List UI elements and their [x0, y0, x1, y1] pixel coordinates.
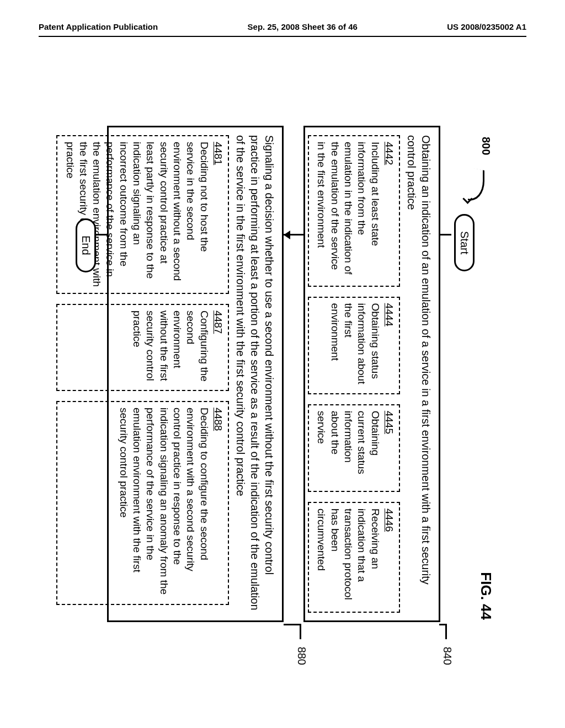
start-node: Start — [454, 214, 475, 271]
substep-4446: 4446 Receiving an indication that a tran… — [308, 502, 400, 613]
header-rule — [39, 36, 526, 37]
substep-4442-num: 4442 — [382, 142, 396, 280]
step-840-title: Obtaining an indication of an emulation … — [404, 135, 433, 613]
substep-4446-num: 4446 — [382, 508, 396, 606]
figure-container: 800 FIG. 44 Start 840 Obtaining an indic… — [0, 165, 565, 596]
substep-4445: 4445 Obtaining current status informatio… — [308, 404, 400, 492]
step-880-title: Signaling a decision whether to use a se… — [233, 135, 276, 613]
connector-start-840 — [440, 234, 451, 235]
tick-840 — [439, 624, 447, 625]
ref-arrow-800 — [468, 169, 488, 202]
page-header: Patent Application Publication Sep. 25, … — [0, 0, 565, 36]
arrow-down-icon — [284, 231, 290, 239]
step-label-840: 840 — [441, 647, 454, 665]
substep-4445-text: Obtaining current status information abo… — [316, 411, 381, 474]
substep-4488-num: 4488 — [211, 408, 225, 598]
substep-4488: 4488 Deciding to configure the second en… — [56, 401, 229, 605]
end-node: End — [76, 218, 96, 272]
substep-4444-text: Obtaining status information about the f… — [329, 303, 381, 384]
header-center: Sep. 25, 2008 Sheet 36 of 46 — [248, 22, 358, 31]
header-right: US 2008/0235002 A1 — [447, 22, 526, 31]
substep-4442-text: Including at least state information fro… — [316, 142, 381, 275]
substep-4481-num: 4481 — [211, 142, 225, 287]
substep-4487-text: Configuring the second environment witho… — [131, 311, 210, 382]
figure-title: FIG. 44 — [477, 572, 494, 620]
step-880: Signaling a decision whether to use a se… — [107, 126, 284, 622]
substep-4488-text: Deciding to configure the second environ… — [118, 408, 210, 595]
substep-4487-num: 4487 — [211, 311, 225, 384]
step-840: Obtaining an indication of an emulation … — [303, 126, 440, 622]
step-label-880: 880 — [295, 647, 308, 665]
substep-4444-num: 4444 — [382, 303, 396, 388]
flowchart: 800 FIG. 44 Start 840 Obtaining an indic… — [68, 88, 499, 673]
step-840-row: 4442 Including at least state informatio… — [308, 135, 400, 613]
substep-4444: 4444 Obtaining status information about … — [308, 297, 400, 394]
header-left: Patent Application Publication — [39, 22, 158, 31]
substep-4442: 4442 Including at least state informatio… — [308, 135, 400, 287]
substep-4446-text: Receiving an indication that a transacti… — [316, 508, 381, 600]
substep-4445-num: 4445 — [382, 411, 396, 485]
step-880-row: 4481 Deciding not to host the service in… — [56, 135, 229, 613]
connector-880-end — [96, 234, 107, 235]
ref-label-800: 800 — [479, 137, 492, 155]
substep-4487: 4487 Configuring the second environment … — [56, 304, 229, 391]
tick-880 — [284, 624, 301, 625]
